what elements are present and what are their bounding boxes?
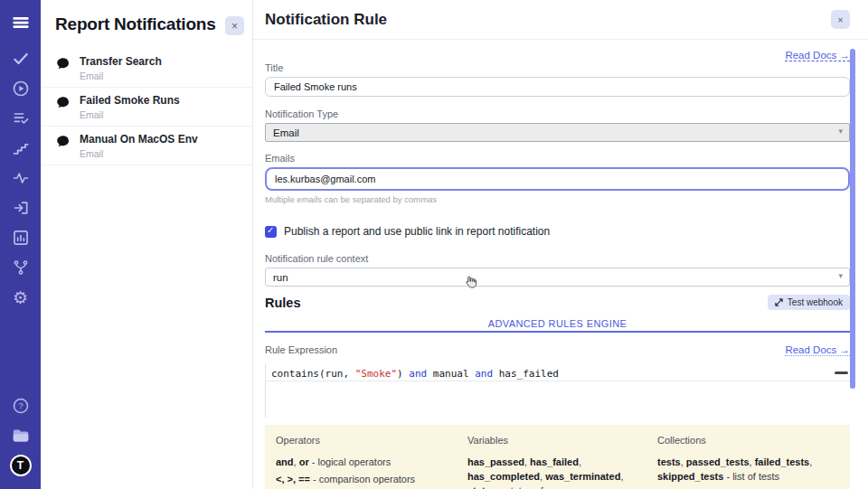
collections-column: Collections tests, passed_tests, failed_… [657,435,839,489]
gear-icon[interactable]: ⚙ [10,287,32,308]
chat-bubble-icon [55,134,71,150]
title-label: Title [265,62,850,73]
list-check-icon[interactable] [10,108,32,129]
help-line: tests, passed_tests, failed_tests, skipp… [657,455,839,484]
help-line: has_passed, has_failed, has_completed, w… [467,455,646,489]
rule-expression-read-docs-link[interactable]: Read Docs → [785,344,850,356]
expression-help-panel: Operators and, or - logical operators <,… [265,425,850,489]
modal-scrollbar-thumb[interactable] [850,49,855,389]
report-notifications-panel: Report Notifications × Transfer Search E… [41,0,253,489]
check-icon[interactable] [10,48,32,70]
list-item-subtitle: Email [80,71,162,81]
panel-header: Report Notifications × [41,0,252,43]
list-item-subtitle: Email [80,148,198,159]
context-value: run [273,272,288,283]
help-icon[interactable]: ? [10,395,32,417]
page-title: Notification Rule [265,11,387,29]
notification-type-select[interactable]: Email [265,123,850,142]
play-circle-icon[interactable] [10,78,32,99]
steps-icon[interactable] [10,137,32,159]
app-window: ⚙ ? T Report Notifications × Transfer Se… [0,0,868,489]
sidebar: ⚙ ? T [0,0,41,489]
modal-header: Notification Rule × [253,0,868,40]
chat-bubble-icon [55,56,71,72]
operators-header: Operators [276,435,457,446]
list-item[interactable]: Failed Smoke Runs Email [41,88,252,127]
panel-title: Report Notifications [55,14,238,34]
editor-scrollbar-thumb[interactable] [835,371,848,374]
gear-glyph: ⚙ [13,289,28,306]
logo-t[interactable]: T [10,455,32,476]
help-line: and, or - logical operators [276,455,457,469]
test-webhook-button[interactable]: Test webhook [768,295,850,310]
list-item[interactable]: Manual On MacOS Env Email [41,127,252,165]
variables-header: Variables [467,435,646,446]
notification-type-value: Email [273,127,299,138]
menu-icon[interactable] [10,12,32,33]
test-webhook-label: Test webhook [788,297,843,307]
tab-advanced-rules-engine[interactable]: ADVANCED RULES ENGINE [488,318,627,329]
emails-label: Emails [265,153,850,164]
rules-heading: Rules [265,296,301,310]
chat-bubble-icon [55,95,71,111]
variables-column: Variables has_passed, has_failed, has_co… [467,435,646,489]
import-icon[interactable] [10,197,32,219]
editor-line-rule [266,381,850,381]
operators-column: Operators and, or - logical operators <,… [276,435,457,489]
notification-rule-modal: Notification Rule × Read Docs → Title No… [253,0,868,489]
help-line: <, >, == - comparison operators [276,472,457,486]
list-item-subtitle: Email [80,109,180,120]
list-item-title: Transfer Search [80,55,162,68]
context-select[interactable]: run [265,268,850,287]
bar-chart-icon[interactable] [10,227,32,249]
publish-checkbox[interactable] [265,226,277,238]
list-item-title: Failed Smoke Runs [80,94,180,107]
emails-hint: Multiple emails can be separated by comm… [265,194,850,204]
notifications-list: Transfer Search Email Failed Smoke Runs … [41,49,252,165]
tab-active-indicator [265,331,850,333]
list-item-title: Manual On MacOS Env [80,133,198,146]
read-docs-link[interactable]: Read Docs → [785,50,850,61]
title-input[interactable] [265,77,850,97]
collections-header: Collections [657,435,839,446]
list-item[interactable]: Transfer Search Email [41,49,252,88]
modal-close-button[interactable]: × [831,10,850,29]
publish-checkbox-label: Publish a report and use public link in … [284,225,550,238]
rule-expression-editor[interactable]: contains(run, "Smoke") and manual and ha… [265,363,850,418]
code-line: contains(run, "Smoke") and manual and ha… [266,363,850,380]
panel-close-button[interactable]: × [225,16,244,35]
rule-expression-label: Rule Expression [265,344,337,355]
context-label: Notification rule context [265,253,850,264]
branch-icon[interactable] [10,257,32,278]
modal-content: Read Docs → Title Notification Type Emai… [253,46,868,489]
logo-letter: T [17,459,24,472]
svg-text:?: ? [18,401,23,410]
emails-input[interactable] [265,167,850,191]
expand-arrows-icon [775,298,783,306]
notification-type-label: Notification Type [265,108,850,119]
activity-icon[interactable] [10,167,32,189]
folder-icon[interactable] [10,425,32,447]
